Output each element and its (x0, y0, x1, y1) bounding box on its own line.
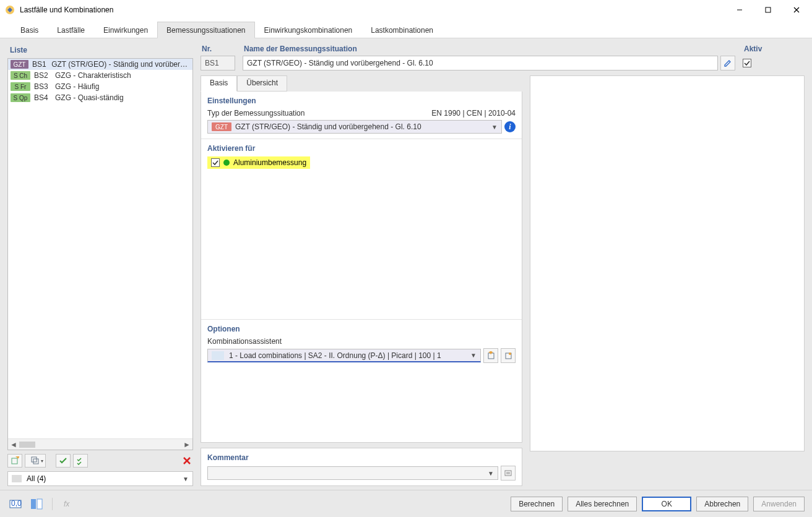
list-item[interactable]: S Ch BS2 GZG - Charakteristisch (8, 70, 192, 81)
aktivieren-checkbox[interactable] (211, 158, 220, 167)
alles-berechnen-button[interactable]: Alles berechnen (568, 497, 637, 511)
assistant-dropdown[interactable]: 1 - Load combinations | SA2 - II. Ordnun… (207, 349, 481, 362)
scroll-right-icon[interactable]: ► (181, 440, 192, 450)
nr-label: Nr. (201, 45, 235, 53)
bottom-bar: 0,00 fx Berechnen Alles berechnen OK Abb… (0, 490, 812, 517)
assistant-label: Kombinationsassistent (207, 337, 516, 346)
app-icon (5, 5, 15, 15)
list-filter-dropdown[interactable]: All (4) ▼ (7, 471, 193, 486)
copy-item-button[interactable] (25, 454, 46, 468)
assistant-swatch-icon (212, 351, 224, 360)
list-code: BS3 (34, 82, 51, 91)
name-label: Name der Bemessungssituation (243, 45, 735, 53)
aktivieren-title: Aktivieren für (207, 144, 516, 153)
preview-panel (530, 75, 805, 451)
filter-value: All (4) (27, 474, 46, 483)
svg-text:0,00: 0,00 (11, 499, 22, 508)
einstellungen-title: Einstellungen (207, 96, 516, 105)
status-dot-icon (223, 160, 230, 166)
function-icon[interactable]: fx (60, 497, 76, 511)
inner-tabs: Basis Übersicht (201, 75, 522, 92)
delete-item-button[interactable] (181, 454, 193, 468)
aktivieren-label: Aluminiumbemessung (233, 158, 306, 167)
edit-name-button[interactable] (720, 56, 735, 70)
tab-lastkombinationen[interactable]: Lastkombinationen (361, 22, 443, 38)
filter-swatch-icon (12, 475, 22, 482)
close-button[interactable] (782, 0, 811, 20)
aktiv-checkbox[interactable] (743, 59, 751, 67)
list-box: GZT BS1 GZT (STR/GEO) - Ständig und vorü… (7, 58, 193, 450)
list-code: BS4 (34, 93, 51, 102)
svg-text:✦: ✦ (15, 456, 19, 461)
scroll-left-icon[interactable]: ◄ (8, 440, 19, 450)
chevron-down-icon: ▼ (470, 352, 477, 359)
inner-tab-uebersicht[interactable]: Übersicht (237, 75, 287, 92)
list-code: BS2 (34, 71, 51, 80)
list-code: BS1 (32, 60, 48, 69)
check-options-button[interactable] (73, 454, 88, 468)
type-label: Typ der Bemessungssituation (207, 109, 304, 118)
ok-button[interactable]: OK (642, 497, 691, 511)
info-icon[interactable]: i (504, 121, 516, 132)
type-badge: GZT (212, 122, 231, 131)
list-name: GZT (STR/GEO) - Ständig und vorübergehen… (51, 60, 190, 69)
svg-rect-15 (505, 471, 511, 476)
chevron-down-icon: ▼ (183, 476, 189, 482)
norm-ref: EN 1990 | CEN | 2010-04 (431, 109, 516, 118)
results-icon[interactable] (28, 497, 45, 511)
chevron-down-icon: ▼ (491, 124, 498, 130)
assistant-new-button[interactable]: ✦ (483, 348, 498, 363)
svg-rect-8 (33, 459, 38, 464)
optionen-title: Optionen (207, 325, 516, 333)
list-item[interactable]: S Fr BS3 GZG - Häufig (8, 81, 192, 92)
check-all-button[interactable] (56, 454, 71, 468)
list-name: GZG - Charakteristisch (55, 71, 131, 80)
window-title: Lastfälle und Kombinationen (20, 6, 113, 14)
tab-basis[interactable]: Basis (11, 22, 48, 38)
svg-text:fx: fx (64, 500, 70, 508)
kommentar-dropdown[interactable]: ▼ (207, 466, 498, 480)
units-icon[interactable]: 0,00 (7, 497, 24, 511)
scroll-thumb[interactable] (19, 442, 35, 448)
svg-rect-21 (37, 499, 42, 509)
kommentar-title: Kommentar (207, 453, 516, 462)
svg-point-14 (509, 352, 511, 355)
list-hscroll[interactable]: ◄ ► (8, 438, 192, 450)
list-name: GZG - Quasi-ständig (55, 93, 124, 102)
aktivieren-item[interactable]: Aluminiumbemessung (207, 156, 310, 169)
type-dropdown[interactable]: GZT GZT (STR/GEO) - Ständig und vorüberg… (207, 120, 502, 134)
maximize-button[interactable] (754, 0, 782, 20)
list-badge: GZT (11, 60, 28, 69)
kommentar-edit-button[interactable] (501, 466, 516, 481)
anwenden-button[interactable]: Anwenden (753, 497, 805, 511)
list-badge: S Ch (11, 71, 30, 80)
tab-einwirkungskombinationen[interactable]: Einwirkungskombinationen (255, 22, 362, 38)
tab-einwirkungen[interactable]: Einwirkungen (94, 22, 157, 38)
svg-rect-7 (32, 457, 37, 462)
list-item[interactable]: S Qp BS4 GZG - Quasi-ständig (8, 92, 192, 103)
chevron-down-icon: ▼ (488, 470, 498, 477)
tab-bemessungssituationen[interactable]: Bemessungssituationen (157, 22, 254, 38)
tab-lastfaelle[interactable]: Lastfälle (48, 22, 94, 38)
list-item[interactable]: GZT BS1 GZT (STR/GEO) - Ständig und vorü… (8, 59, 192, 70)
svg-rect-2 (766, 7, 771, 12)
assistant-value: 1 - Load combinations | SA2 - II. Ordnun… (229, 351, 441, 360)
berechnen-button[interactable]: Berechnen (511, 497, 563, 511)
aktiv-label: Aktiv (743, 45, 805, 53)
titlebar: Lastfälle und Kombinationen (0, 0, 812, 20)
new-item-button[interactable]: ✦ (7, 454, 22, 468)
list-badge: S Qp (11, 93, 30, 102)
svg-rect-20 (31, 499, 36, 509)
abbrechen-button[interactable]: Abbrechen (696, 497, 748, 511)
inner-tab-basis[interactable]: Basis (201, 75, 237, 92)
list-badge: S Fr (11, 82, 30, 91)
type-value: GZT (STR/GEO) - Ständig und vorübergehen… (235, 122, 421, 131)
name-field[interactable]: GZT (STR/GEO) - Ständig und vorübergehen… (243, 56, 718, 70)
main-tabs: Basis Lastfälle Einwirkungen Bemessungss… (0, 20, 812, 38)
svg-text:✦: ✦ (488, 351, 494, 357)
assistant-edit-button[interactable] (501, 348, 516, 363)
nr-field: BS1 (201, 56, 235, 70)
list-title: Liste (7, 45, 193, 58)
list-name: GZG - Häufig (55, 82, 99, 91)
minimize-button[interactable] (725, 0, 754, 20)
